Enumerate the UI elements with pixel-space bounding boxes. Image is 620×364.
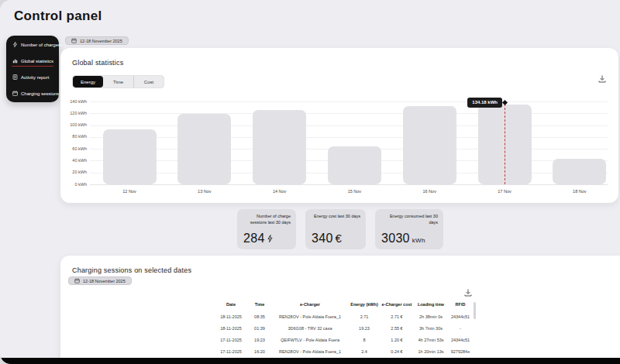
- table-cell: QEIFWTLV - Pole Aldaia Fuera: [271, 334, 349, 345]
- table-cell: 0.24 €: [380, 345, 414, 357]
- global-statistics-card: Global statistics EnergyTimeCost 140 kWh…: [60, 48, 618, 203]
- x-axis-tick-label: 13 Nov: [181, 189, 228, 194]
- card-title: Global statistics: [72, 59, 123, 67]
- page: Control panel Number of chargersGlobal s…: [0, 0, 620, 364]
- chart-tooltip: 134.18 kWh: [467, 98, 502, 108]
- date-range-picker[interactable]: 12-18 November 2025: [65, 36, 129, 45]
- table-cell: 1h 20min 13s: [414, 345, 448, 357]
- date-range-label: 12-18 November 2025: [80, 39, 122, 43]
- chart-plot: 140 kWh120 kWh100 kWh80 kWh60 kWh40 kWh2…: [90, 98, 608, 184]
- summary-card: Number of charge sessions last 30 days28…: [237, 209, 296, 249]
- table-cell: 17-11-2025: [214, 345, 248, 357]
- calendar-icon: [74, 278, 80, 284]
- tab-time[interactable]: Time: [103, 76, 133, 88]
- tab-energy[interactable]: Energy: [73, 76, 103, 88]
- tab-cost[interactable]: Cost: [133, 76, 164, 88]
- chart-gridline: [90, 184, 608, 185]
- x-axis-tick-label: 15 Nov: [331, 189, 377, 194]
- y-axis-tick-label: 60 kWh: [57, 146, 87, 151]
- lightning-icon: [267, 232, 273, 246]
- column-header: Loading time: [414, 298, 448, 311]
- x-axis-tick-label: 18 Nov: [556, 189, 603, 194]
- x-axis-tick-label: 17 Nov: [481, 189, 528, 194]
- table-cell: 18-11-2025: [214, 311, 248, 322]
- chart-bar-14-nov[interactable]: [253, 110, 306, 184]
- summary-card-value: 340€: [312, 232, 342, 246]
- summary-card: Energy consumed last 30 days3030kWh: [375, 209, 443, 249]
- sidebar-item-label: Activity report: [21, 75, 49, 80]
- value-unit: kWh: [412, 237, 425, 244]
- table-cell: 19.23: [349, 322, 380, 334]
- y-axis-tick-label: 0 kWh: [57, 182, 87, 187]
- chart-bar-18-nov[interactable]: [553, 159, 606, 184]
- sidebar-item-activity-report[interactable]: Activity report: [12, 73, 53, 83]
- table-cell: 19:23: [248, 334, 271, 345]
- table-cell: 24344c51: [448, 334, 473, 345]
- page-title: Control panel: [14, 9, 102, 24]
- table-cell: 2.71 €: [380, 311, 414, 322]
- table-cell: 8: [349, 334, 380, 345]
- column-header: e-Charger cost: [380, 298, 414, 311]
- table-row: 18-11-202501:393D6G08 - TRV 32 casa19.23…: [214, 322, 473, 334]
- table-cell: 2h 38min 0s: [414, 311, 448, 322]
- chart-gridline: [90, 101, 608, 102]
- table-cell: 4h 27min 53s: [414, 334, 448, 345]
- table-cell: 3D6G08 - TRV 32 casa: [271, 322, 349, 334]
- summary-card-label: Number of charge sessions last 30 days: [243, 214, 291, 225]
- table-cell: 01:39: [248, 322, 271, 334]
- sidebar-item-label: Number of chargers: [21, 43, 62, 47]
- summary-cards: Number of charge sessions last 30 days28…: [237, 209, 443, 249]
- table-cell: -: [448, 322, 473, 334]
- summary-card: Energy cost last 30 days340€: [305, 209, 366, 249]
- date-range-label: 12-18 November 2025: [83, 279, 126, 283]
- table-cell: 2.71: [349, 311, 380, 322]
- table-cell: 1.20 €: [380, 334, 414, 345]
- table-row: 18-11-202508:35REN28OV - Pole Aldaia Fue…: [214, 311, 473, 322]
- y-axis-tick-label: 20 kWh: [57, 170, 87, 174]
- sessions-table: DateTimee-ChargerEnergy (kWh)e-Charger c…: [214, 298, 473, 364]
- sidebar-item-charging-sessions[interactable]: Charging sessions: [12, 89, 53, 99]
- table-cell: 17-11-2025: [214, 334, 248, 345]
- sidebar-item-global-statistics[interactable]: Global statistics: [12, 57, 53, 67]
- chart-bar-12-nov[interactable]: [103, 129, 157, 184]
- column-header: Time: [248, 298, 271, 311]
- charger-icon: [12, 42, 18, 48]
- x-axis-tick-label: 12 Nov: [106, 189, 153, 194]
- table-cell: 18-11-2025: [214, 322, 248, 334]
- table-cell: 08:35: [248, 311, 271, 322]
- chart-bar-13-nov[interactable]: [177, 114, 231, 184]
- stats-icon: [12, 58, 18, 64]
- chart-tabs: EnergyTimeCost: [72, 75, 164, 88]
- table-row: 17-11-202516:20REN28OV - Pole Aldaia Fue…: [214, 345, 473, 357]
- chart-bar-15-nov[interactable]: [328, 146, 381, 184]
- download-icon[interactable]: [463, 288, 474, 299]
- y-axis-tick-label: 80 kWh: [57, 134, 87, 139]
- download-icon[interactable]: [597, 74, 608, 85]
- table-cell: 2.55 €: [380, 322, 414, 334]
- chart-bar-16-nov[interactable]: [403, 106, 456, 184]
- x-axis-tick-label: 14 Nov: [257, 189, 303, 194]
- y-axis-tick-label: 40 kWh: [57, 158, 87, 163]
- sidebar-item-number-of-chargers[interactable]: Number of chargers: [12, 40, 53, 50]
- sidebar-item-label: Global statistics: [21, 59, 53, 64]
- column-header: RFID: [448, 298, 473, 311]
- report-icon: [12, 74, 18, 81]
- calendar-icon: [71, 38, 77, 44]
- table-scrollbar[interactable]: [474, 302, 476, 319]
- table-cell: 24344c51: [448, 311, 473, 322]
- card-title: Charging sessions on selected dates: [72, 266, 191, 274]
- bottom-bar: [0, 358, 620, 364]
- table-cell: REN28OV - Pole Aldaia Fuera_1: [271, 311, 349, 322]
- summary-card-label: Energy consumed last 30 days: [381, 214, 438, 225]
- table-cell: REN28OV - Pole Aldaia Fuera_1: [271, 345, 349, 357]
- column-header: Energy (kWh): [349, 298, 380, 311]
- column-header: Date: [214, 298, 248, 311]
- tooltip-crosshair-line: [505, 104, 505, 184]
- value-unit: €: [336, 232, 343, 245]
- sidebar-item-label: Charging sessions: [21, 91, 59, 96]
- y-axis-tick-label: 120 kWh: [57, 111, 87, 115]
- date-range-picker-sessions[interactable]: 12-18 November 2025: [68, 276, 132, 285]
- summary-card-label: Energy cost last 30 days: [311, 214, 360, 220]
- table-cell: 16:20: [248, 345, 271, 357]
- table-cell: 2.4: [349, 345, 380, 357]
